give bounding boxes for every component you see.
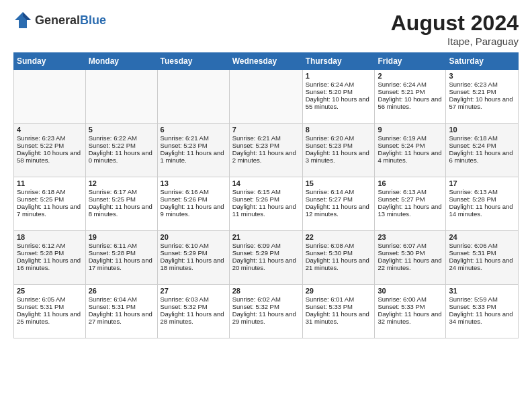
day-info: Sunrise: 6:16 AMSunset: 5:26 PMDaylight:… xyxy=(161,188,224,218)
day-number: 1 xyxy=(306,72,372,80)
calendar-cell: 13Sunrise: 6:16 AMSunset: 5:26 PMDayligh… xyxy=(157,177,229,231)
month-year: August 2024 xyxy=(391,11,519,36)
calendar-week-2: 4Sunrise: 6:23 AMSunset: 5:22 PMDaylight… xyxy=(14,124,519,177)
calendar-cell: 31Sunrise: 5:59 AMSunset: 5:33 PMDayligh… xyxy=(446,285,519,338)
calendar-cell xyxy=(229,70,302,124)
col-tuesday: Tuesday xyxy=(157,53,229,70)
day-number: 25 xyxy=(17,287,83,295)
calendar-cell: 16Sunrise: 6:13 AMSunset: 5:27 PMDayligh… xyxy=(375,177,446,231)
location: Itape, Paraguay xyxy=(391,36,519,47)
calendar-cell: 23Sunrise: 6:07 AMSunset: 5:30 PMDayligh… xyxy=(375,231,446,285)
calendar-cell: 11Sunrise: 6:18 AMSunset: 5:25 PMDayligh… xyxy=(14,177,86,231)
day-info: Sunrise: 6:14 AMSunset: 5:27 PMDaylight:… xyxy=(306,188,369,218)
calendar-cell: 24Sunrise: 6:06 AMSunset: 5:31 PMDayligh… xyxy=(446,231,519,285)
day-info: Sunrise: 6:13 AMSunset: 5:28 PMDaylight:… xyxy=(449,188,513,218)
day-info: Sunrise: 6:03 AMSunset: 5:32 PMDaylight:… xyxy=(161,295,224,325)
day-number: 6 xyxy=(161,126,226,134)
day-number: 5 xyxy=(89,126,154,134)
day-info: Sunrise: 6:15 AMSunset: 5:26 PMDaylight:… xyxy=(232,188,296,218)
calendar-week-3: 11Sunrise: 6:18 AMSunset: 5:25 PMDayligh… xyxy=(14,177,519,231)
day-info: Sunrise: 6:24 AMSunset: 5:21 PMDaylight:… xyxy=(378,81,441,110)
day-number: 11 xyxy=(17,179,83,187)
title-block: August 2024 Itape, Paraguay xyxy=(391,11,519,47)
day-number: 7 xyxy=(232,126,300,134)
day-number: 2 xyxy=(378,72,443,80)
calendar-cell: 5Sunrise: 6:22 AMSunset: 5:22 PMDaylight… xyxy=(85,124,157,177)
calendar-table: Sunday Monday Tuesday Wednesday Thursday… xyxy=(13,52,519,338)
day-number: 10 xyxy=(449,126,515,134)
logo: GeneralBlue xyxy=(13,11,106,30)
calendar-cell: 30Sunrise: 6:00 AMSunset: 5:33 PMDayligh… xyxy=(375,285,446,338)
calendar-cell: 14Sunrise: 6:15 AMSunset: 5:26 PMDayligh… xyxy=(229,177,302,231)
day-info: Sunrise: 6:21 AMSunset: 5:23 PMDaylight:… xyxy=(161,134,224,164)
calendar-cell: 10Sunrise: 6:18 AMSunset: 5:24 PMDayligh… xyxy=(446,124,519,177)
calendar-cell: 2Sunrise: 6:24 AMSunset: 5:21 PMDaylight… xyxy=(375,70,446,124)
col-wednesday: Wednesday xyxy=(229,53,302,70)
day-number: 9 xyxy=(378,126,443,134)
calendar-cell xyxy=(157,70,229,124)
day-number: 17 xyxy=(449,179,515,187)
day-info: Sunrise: 6:06 AMSunset: 5:31 PMDaylight:… xyxy=(449,242,513,271)
day-number: 28 xyxy=(232,287,300,295)
day-number: 29 xyxy=(306,287,372,295)
day-number: 3 xyxy=(449,72,515,80)
day-number: 19 xyxy=(89,233,154,241)
day-info: Sunrise: 6:02 AMSunset: 5:32 PMDaylight:… xyxy=(232,295,296,325)
calendar-week-5: 25Sunrise: 6:05 AMSunset: 5:31 PMDayligh… xyxy=(14,285,519,338)
day-number: 18 xyxy=(17,233,83,241)
calendar-cell: 8Sunrise: 6:20 AMSunset: 5:23 PMDaylight… xyxy=(302,124,375,177)
calendar-cell: 3Sunrise: 6:23 AMSunset: 5:21 PMDaylight… xyxy=(446,70,519,124)
logo-text-general: General xyxy=(35,13,80,27)
day-info: Sunrise: 6:05 AMSunset: 5:31 PMDaylight:… xyxy=(17,295,81,325)
day-info: Sunrise: 6:11 AMSunset: 5:28 PMDaylight:… xyxy=(89,242,152,271)
calendar-page: GeneralBlue August 2024 Itape, Paraguay … xyxy=(0,0,532,411)
day-number: 16 xyxy=(378,179,443,187)
day-number: 27 xyxy=(161,287,226,295)
calendar-week-1: 1Sunrise: 6:24 AMSunset: 5:20 PMDaylight… xyxy=(14,70,519,124)
calendar-cell: 9Sunrise: 6:19 AMSunset: 5:24 PMDaylight… xyxy=(375,124,446,177)
day-number: 30 xyxy=(378,287,443,295)
col-saturday: Saturday xyxy=(446,53,519,70)
calendar-cell: 1Sunrise: 6:24 AMSunset: 5:20 PMDaylight… xyxy=(302,70,375,124)
day-info: Sunrise: 6:20 AMSunset: 5:23 PMDaylight:… xyxy=(306,134,369,164)
day-number: 8 xyxy=(306,126,372,134)
day-number: 31 xyxy=(449,287,515,295)
day-info: Sunrise: 6:08 AMSunset: 5:30 PMDaylight:… xyxy=(306,242,369,271)
calendar-cell: 18Sunrise: 6:12 AMSunset: 5:28 PMDayligh… xyxy=(14,231,86,285)
day-info: Sunrise: 6:18 AMSunset: 5:25 PMDaylight:… xyxy=(17,188,81,218)
day-number: 14 xyxy=(232,179,300,187)
day-number: 12 xyxy=(89,179,154,187)
calendar-cell: 21Sunrise: 6:09 AMSunset: 5:29 PMDayligh… xyxy=(229,231,302,285)
day-info: Sunrise: 6:19 AMSunset: 5:24 PMDaylight:… xyxy=(378,134,441,164)
day-number: 15 xyxy=(306,179,372,187)
col-friday: Friday xyxy=(375,53,446,70)
day-number: 24 xyxy=(449,233,515,241)
header: GeneralBlue August 2024 Itape, Paraguay xyxy=(13,11,519,47)
day-info: Sunrise: 6:18 AMSunset: 5:24 PMDaylight:… xyxy=(449,134,513,164)
day-info: Sunrise: 6:07 AMSunset: 5:30 PMDaylight:… xyxy=(378,242,441,271)
calendar-cell: 17Sunrise: 6:13 AMSunset: 5:28 PMDayligh… xyxy=(446,177,519,231)
day-info: Sunrise: 6:04 AMSunset: 5:31 PMDaylight:… xyxy=(89,295,152,325)
calendar-cell: 12Sunrise: 6:17 AMSunset: 5:25 PMDayligh… xyxy=(85,177,157,231)
day-info: Sunrise: 6:24 AMSunset: 5:20 PMDaylight:… xyxy=(306,81,369,110)
day-info: Sunrise: 6:23 AMSunset: 5:21 PMDaylight:… xyxy=(449,81,513,110)
col-sunday: Sunday xyxy=(14,53,86,70)
calendar-header-row: Sunday Monday Tuesday Wednesday Thursday… xyxy=(14,53,519,70)
calendar-cell xyxy=(14,70,86,124)
day-info: Sunrise: 5:59 AMSunset: 5:33 PMDaylight:… xyxy=(449,295,513,325)
calendar-cell: 19Sunrise: 6:11 AMSunset: 5:28 PMDayligh… xyxy=(85,231,157,285)
calendar-cell: 27Sunrise: 6:03 AMSunset: 5:32 PMDayligh… xyxy=(157,285,229,338)
day-number: 22 xyxy=(306,233,372,241)
col-monday: Monday xyxy=(85,53,157,70)
day-info: Sunrise: 6:10 AMSunset: 5:29 PMDaylight:… xyxy=(161,242,224,271)
day-info: Sunrise: 6:12 AMSunset: 5:28 PMDaylight:… xyxy=(17,242,81,271)
day-info: Sunrise: 6:22 AMSunset: 5:22 PMDaylight:… xyxy=(89,134,152,164)
day-number: 26 xyxy=(89,287,154,295)
calendar-cell: 6Sunrise: 6:21 AMSunset: 5:23 PMDaylight… xyxy=(157,124,229,177)
calendar-body: 1Sunrise: 6:24 AMSunset: 5:20 PMDaylight… xyxy=(14,70,519,338)
calendar-cell: 7Sunrise: 6:21 AMSunset: 5:23 PMDaylight… xyxy=(229,124,302,177)
day-info: Sunrise: 6:00 AMSunset: 5:33 PMDaylight:… xyxy=(378,295,441,325)
logo-text-blue: Blue xyxy=(80,13,106,27)
day-number: 4 xyxy=(17,126,83,134)
logo-icon xyxy=(13,11,32,30)
